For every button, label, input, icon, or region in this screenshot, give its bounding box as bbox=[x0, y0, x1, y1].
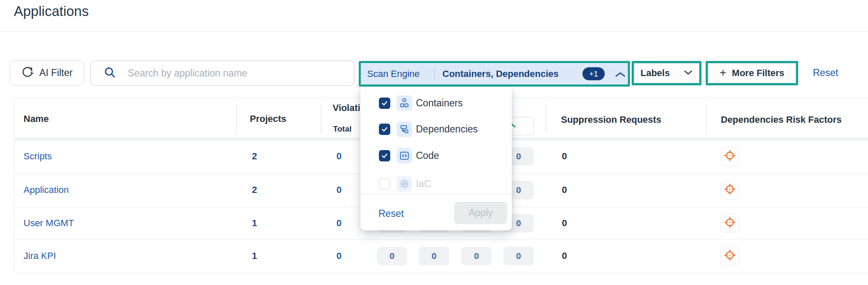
plus-icon: + bbox=[720, 67, 726, 79]
scan-engine-option-dependencies[interactable]: Dependencies bbox=[360, 118, 512, 140]
search-placeholder: Search by application name bbox=[128, 68, 247, 79]
column-divider bbox=[236, 103, 237, 134]
column-header-dependencies-risk-factors[interactable]: Dependencies Risk Factors bbox=[721, 114, 842, 125]
scan-engine-filter-button[interactable]: Scan Engine Containers, Dependencies +1 bbox=[361, 63, 628, 84]
column-header-suppression-requests[interactable]: Suppression Requests bbox=[561, 114, 661, 125]
application-name-link[interactable]: User MGMT bbox=[24, 218, 74, 229]
scan-engine-label: Scan Engine bbox=[367, 69, 420, 79]
suppression-requests-count: 0 bbox=[562, 185, 567, 195]
labels-label: Labels bbox=[640, 68, 670, 79]
scan-engine-option-label: Code bbox=[416, 150, 439, 161]
scan-engine-option-label: Containers bbox=[416, 98, 463, 109]
scan-engine-option-containers[interactable]: Containers bbox=[360, 92, 512, 114]
dependencies-risk-factor-button[interactable] bbox=[720, 147, 739, 166]
application-name-link[interactable]: Application bbox=[24, 185, 69, 195]
violations-total-count: 0 bbox=[314, 185, 364, 195]
projects-count: 2 bbox=[215, 185, 294, 195]
scan-engine-option-label: Dependencies bbox=[416, 124, 478, 135]
dropdown-divider bbox=[360, 194, 512, 194]
chevron-down-icon bbox=[684, 69, 693, 77]
column-header-projects[interactable]: Projects bbox=[250, 113, 286, 124]
dependencies-risk-factor-button[interactable] bbox=[720, 181, 739, 200]
projects-count: 2 bbox=[215, 151, 294, 162]
chevron-up-icon bbox=[614, 71, 626, 79]
more-filters-label: More Filters bbox=[732, 68, 784, 79]
column-divider bbox=[706, 103, 707, 134]
application-name-link[interactable]: Jira KPI bbox=[24, 251, 56, 261]
iac-icon bbox=[397, 176, 412, 192]
scan-engine-option-label: IaC bbox=[416, 178, 431, 190]
more-filters-highlight: + More Filters bbox=[706, 61, 798, 85]
dropdown-reset-link[interactable]: Reset bbox=[378, 208, 404, 219]
suppression-requests-count: 0 bbox=[562, 218, 567, 229]
code-icon bbox=[397, 148, 412, 164]
applications-page: Applications AI Filter Search by applica… bbox=[0, 0, 868, 285]
checkbox-unchecked bbox=[379, 178, 390, 190]
target-icon bbox=[724, 249, 736, 263]
ai-filter-label: AI Filter bbox=[39, 67, 72, 79]
scan-engine-option-iac: IaC bbox=[360, 173, 512, 195]
column-subheader-total[interactable]: Total bbox=[333, 124, 352, 134]
severity-count-chip: 0 bbox=[503, 247, 534, 265]
search-icon bbox=[103, 66, 116, 80]
checkbox-checked[interactable] bbox=[379, 150, 390, 161]
scan-engine-overflow-badge: +1 bbox=[582, 67, 605, 80]
ai-filter-button[interactable]: AI Filter bbox=[10, 60, 84, 85]
header-divider bbox=[0, 31, 868, 32]
application-name-link[interactable]: Scripts bbox=[24, 151, 52, 162]
suppression-requests-count: 0 bbox=[562, 251, 567, 261]
target-icon bbox=[724, 183, 736, 197]
search-input[interactable]: Search by application name bbox=[90, 61, 355, 86]
dependencies-risk-factor-button[interactable] bbox=[720, 247, 739, 266]
column-header-name[interactable]: Name bbox=[24, 113, 49, 124]
scan-engine-dropdown-panel: ContainersDependenciesCodeIaC Reset Appl… bbox=[360, 87, 512, 230]
scan-engine-option-code[interactable]: Code bbox=[360, 145, 512, 166]
scan-engine-selected-values: Containers, Dependencies bbox=[442, 69, 558, 79]
severity-count-chip: 0 bbox=[377, 247, 407, 265]
filters-reset-link[interactable]: Reset bbox=[813, 67, 838, 79]
containers-icon bbox=[397, 95, 412, 111]
more-filters-button[interactable]: + More Filters bbox=[708, 63, 796, 83]
projects-count: 1 bbox=[215, 251, 294, 261]
dropdown-apply-button[interactable]: Apply bbox=[454, 202, 507, 224]
violations-total-count: 0 bbox=[314, 151, 364, 162]
violations-total-count: 0 bbox=[314, 218, 364, 229]
suppression-requests-count: 0 bbox=[562, 151, 567, 162]
scan-engine-filter-highlight: Scan Engine Containers, Dependencies +1 bbox=[359, 61, 630, 87]
labels-filter-highlight: Labels bbox=[632, 61, 701, 85]
projects-count: 1 bbox=[215, 218, 294, 229]
table-row: Jira KPI1000000 bbox=[14, 239, 868, 273]
labels-filter-button[interactable]: Labels bbox=[634, 63, 699, 83]
severity-count-chip: 0 bbox=[461, 247, 492, 265]
severity-count-chip: 0 bbox=[419, 247, 449, 265]
violations-total-count: 0 bbox=[314, 251, 364, 261]
dependencies-risk-factor-button[interactable] bbox=[720, 214, 739, 232]
checkbox-checked[interactable] bbox=[379, 124, 390, 135]
target-icon bbox=[724, 150, 736, 164]
target-icon bbox=[724, 216, 736, 230]
dependencies-icon bbox=[397, 121, 412, 137]
checkbox-checked[interactable] bbox=[379, 98, 390, 109]
column-divider bbox=[321, 103, 321, 134]
ai-sparkle-refresh-icon bbox=[21, 66, 34, 80]
column-divider bbox=[546, 103, 546, 134]
scan-engine-divider bbox=[434, 67, 435, 80]
page-title: Applications bbox=[14, 3, 89, 19]
